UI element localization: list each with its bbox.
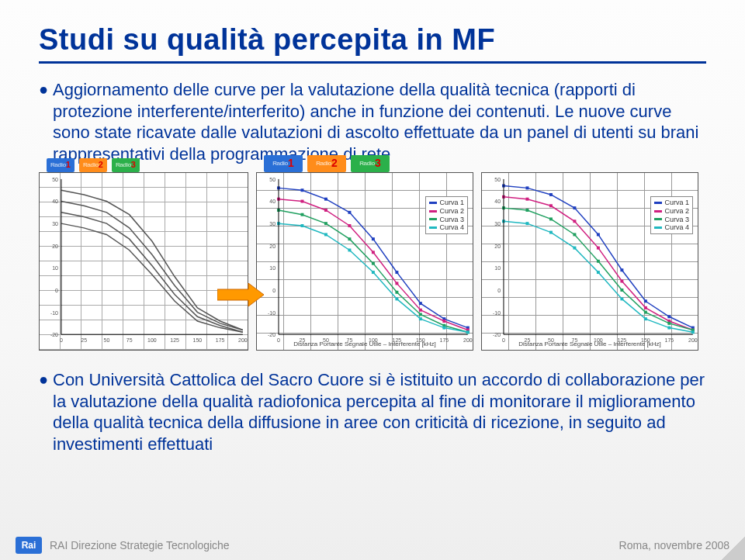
slide-title: Studi su qualità percepita in MF	[39, 23, 706, 64]
chart-1-legend: Curva 1Curva 2Curva 3Curva 4	[425, 196, 468, 234]
svg-rect-93	[644, 299, 647, 302]
svg-rect-69	[466, 330, 470, 334]
svg-text:-10: -10	[268, 310, 275, 316]
svg-rect-55	[348, 237, 351, 240]
bullet-2-text: Con Università Cattolica del Sacro Cuore…	[53, 369, 706, 455]
chart-2-legend: Curva 1Curva 2Curva 3Curva 4	[650, 196, 693, 234]
chart-1-xlabel: Distanza Portante Segnale Utile – Interf…	[257, 340, 473, 348]
chart-old: -20-10010203040500255075100125150175200	[39, 172, 248, 351]
svg-rect-98	[549, 204, 553, 207]
svg-text:20: 20	[269, 244, 275, 249]
svg-text:50: 50	[494, 177, 501, 182]
svg-rect-66	[395, 297, 398, 300]
svg-rect-40	[419, 302, 422, 305]
bullet-1: ● Aggiornamento delle curve per la valut…	[39, 79, 706, 164]
svg-rect-89	[549, 193, 553, 196]
svg-rect-53	[300, 213, 303, 216]
svg-rect-88	[525, 186, 528, 189]
svg-rect-68	[442, 327, 445, 330]
svg-text:150: 150	[193, 337, 203, 343]
svg-text:20: 20	[52, 244, 58, 249]
svg-text:30: 30	[494, 221, 501, 226]
svg-text:175: 175	[216, 337, 225, 343]
chart-2-xlabel: Distanza Portante Segnale Utile – Interf…	[482, 340, 698, 348]
chart-old-svg: -20-10010203040500255075100125150175200	[40, 173, 248, 350]
svg-rect-67	[419, 317, 422, 320]
svg-text:100: 100	[147, 337, 157, 343]
svg-rect-102	[644, 306, 647, 309]
svg-rect-107	[549, 217, 553, 220]
svg-rect-108	[573, 233, 576, 236]
svg-rect-54	[324, 222, 327, 225]
svg-rect-39	[395, 271, 398, 274]
svg-rect-64	[348, 248, 351, 251]
svg-text:-20: -20	[50, 332, 58, 337]
svg-text:10: 10	[269, 265, 275, 271]
svg-text:50: 50	[52, 177, 58, 182]
rai-logos-large-1: Radio1 Radio2 Radio3	[264, 155, 390, 172]
svg-marker-123	[217, 283, 264, 306]
svg-rect-38	[372, 237, 375, 240]
svg-text:-20: -20	[493, 332, 501, 337]
bullet-2: ● Con Università Cattolica del Sacro Cuo…	[39, 369, 706, 455]
svg-rect-46	[348, 224, 351, 227]
svg-rect-57	[395, 291, 398, 294]
svg-rect-45	[324, 209, 327, 212]
rai-logos-small: Radio1 Radio2 Radio3	[47, 158, 140, 172]
svg-text:75: 75	[126, 337, 133, 343]
svg-text:50: 50	[269, 177, 275, 182]
svg-text:30: 30	[52, 221, 58, 226]
svg-rect-58	[419, 313, 422, 316]
svg-rect-36	[324, 198, 327, 201]
svg-text:40: 40	[494, 199, 501, 205]
svg-text:40: 40	[269, 199, 275, 205]
logo-radio3-small: Radio3	[112, 158, 140, 172]
svg-text:10: 10	[494, 265, 501, 271]
bullet-marker: ●	[39, 79, 53, 164]
svg-text:40: 40	[52, 199, 58, 205]
svg-text:0: 0	[272, 288, 275, 293]
svg-rect-109	[597, 260, 600, 263]
arrow-icon	[217, 283, 264, 306]
svg-rect-97	[525, 198, 528, 201]
svg-rect-63	[324, 233, 327, 236]
svg-text:50: 50	[104, 337, 110, 343]
logo-radio1-small: Radio1	[47, 158, 74, 172]
rai-badge-icon: Rai	[16, 537, 42, 554]
svg-rect-106	[525, 209, 528, 212]
svg-rect-112	[667, 322, 670, 325]
bullet-1-text: Aggiornamento delle curve per la valutaz…	[53, 79, 706, 164]
svg-rect-110	[620, 289, 623, 292]
svg-rect-120	[644, 317, 647, 320]
logo-radio2: Radio2	[307, 155, 346, 172]
footer-left: RAI Direzione Strategie Tecnologiche	[50, 539, 619, 551]
svg-text:125: 125	[170, 337, 179, 343]
svg-text:-20: -20	[268, 332, 275, 337]
svg-rect-101	[620, 280, 623, 283]
footer: Rai RAI Direzione Strategie Tecnologiche…	[0, 537, 745, 554]
page-curl-icon	[722, 537, 745, 560]
bullet-marker: ●	[39, 369, 53, 455]
svg-rect-44	[300, 200, 303, 203]
svg-rect-37	[348, 211, 351, 214]
svg-rect-56	[372, 262, 375, 265]
svg-rect-90	[573, 206, 576, 209]
svg-rect-94	[667, 315, 670, 318]
svg-rect-99	[573, 220, 576, 223]
svg-rect-35	[300, 188, 303, 192]
svg-rect-119	[620, 297, 623, 300]
svg-text:0: 0	[55, 288, 58, 293]
svg-text:0: 0	[497, 288, 501, 293]
logo-radio1: Radio1	[264, 155, 303, 172]
logo-radio3: Radio3	[351, 155, 390, 172]
logo-radio2-small: Radio2	[79, 158, 107, 172]
svg-text:25: 25	[81, 337, 87, 343]
svg-rect-92	[620, 268, 623, 271]
svg-text:0: 0	[60, 337, 63, 343]
svg-text:200: 200	[238, 337, 248, 343]
svg-rect-49	[419, 309, 422, 312]
svg-rect-50	[442, 320, 445, 323]
footer-right: Roma, novembre 2008	[619, 539, 729, 551]
svg-rect-121	[667, 327, 670, 330]
svg-text:-10: -10	[493, 310, 501, 316]
